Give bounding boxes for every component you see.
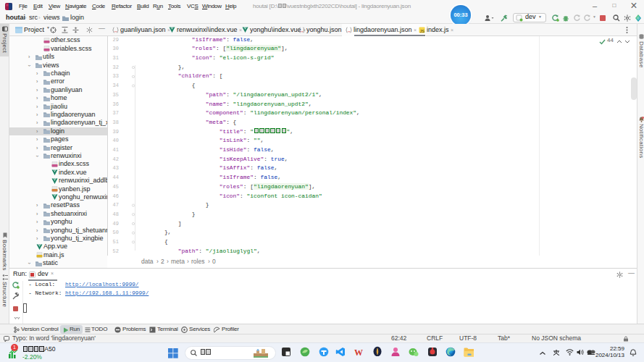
svg-text:W: W [354, 348, 363, 358]
svg-text:JS: JS [420, 29, 425, 33]
